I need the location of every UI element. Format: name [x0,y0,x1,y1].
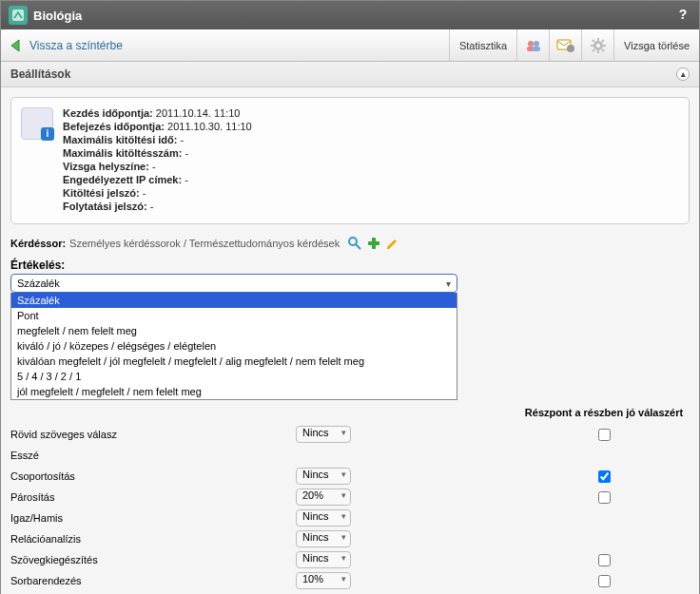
gear-icon-button[interactable] [581,29,613,61]
info-ip-label: Engedélyezett IP címek: [63,174,182,185]
info-pw1-label: Kitöltési jelszó: [63,187,140,199]
row-select[interactable]: 10% [296,572,351,589]
svg-line-14 [602,49,604,51]
row-name: Rövid szöveges válasz [10,429,296,440]
search-icon[interactable] [347,236,362,251]
row-name: Csoportosítás [10,470,296,482]
info-maxcount-label: Maximális kitöltésszám: [63,147,182,159]
row-name: Sorbarendezés [10,575,296,586]
eval-option[interactable]: 5 / 4 / 3 / 2 / 1 [11,369,457,384]
eval-select-value: Százalék [17,278,60,289]
grid-row: CsoportosításNincs [10,466,690,487]
questionset-label: Kérdéssor: [10,238,66,249]
eval-dropdown: SzázalékPontmegfelelt / nem felelt megki… [10,293,457,400]
info-pw2-label: Folytatási jelszó: [63,201,147,212]
app-icon [9,6,28,25]
help-button[interactable]: ? [674,7,691,24]
eval-option[interactable]: Pont [11,308,457,323]
row-name: Szövegkiegészítés [10,554,296,565]
row-checkbox[interactable] [598,470,611,483]
eval-option[interactable]: Százalék [11,293,457,308]
info-maxtime-value: - [180,134,184,145]
users-icon-button[interactable] [516,29,549,61]
chevron-down-icon: ▾ [446,278,451,289]
eval-option[interactable]: jól megfelelt / megfelelt / nem felelt m… [11,384,457,399]
delete-exam-button[interactable]: Vizsga törlése [613,29,699,61]
eval-label: Értékelés: [10,259,690,272]
questionset-path: Személyes kérdéssorok / Természettudomán… [69,238,340,249]
info-ip-value: - [185,174,188,185]
row-name: Esszé [10,450,296,461]
row-select[interactable]: Nincs [296,509,351,527]
svg-point-2 [534,41,539,47]
svg-point-1 [528,41,534,47]
svg-line-16 [602,40,604,42]
stats-button[interactable]: Statisztika [449,29,516,61]
row-checkbox[interactable] [598,491,611,504]
info-start-value: 2011.10.14. 11:10 [156,107,241,119]
add-icon[interactable] [366,236,381,251]
grid-row: Párosítás20% [10,487,690,508]
row-select[interactable]: Nincs [296,530,351,547]
grid-row: RelációanalízisNincs [10,528,690,549]
row-select[interactable]: Nincs [296,426,351,443]
grid-header-partial: Részpont a részben jó válaszért [518,407,690,418]
info-pw1-value: - [143,187,146,199]
eval-option[interactable]: megfelelt / nem felelt meg [11,323,457,338]
grid-row: Sorbarendezés10% [10,570,690,591]
svg-line-13 [593,40,594,42]
info-maxcount-value: - [185,147,188,159]
edit-icon[interactable] [385,236,400,251]
svg-point-6 [567,45,574,52]
svg-line-15 [593,49,594,51]
info-icon [21,107,53,140]
back-arrow-icon[interactable] [7,36,26,55]
row-name: Párosítás [10,491,296,503]
row-name: Relációanalízis [10,533,296,545]
eval-option[interactable]: kiváló / jó / közepes / elégséges / elég… [11,338,457,354]
svg-rect-4 [533,47,540,51]
info-maxtime-label: Maximális kitöltési idő: [63,134,177,145]
delete-exam-label: Vizsga törlése [624,40,690,51]
mail-settings-icon-button[interactable] [549,29,581,61]
info-location-label: Vizsga helyszíne: [63,161,149,172]
grid-row: SzövegkiegészítésNincs [10,549,690,570]
row-checkbox[interactable] [598,554,611,566]
eval-select[interactable]: Százalék ▾ [10,274,457,293]
row-checkbox[interactable] [598,429,611,441]
page-title: Biológia [33,9,82,23]
section-title: Beállítások [10,67,70,81]
toolbar: Vissza a színtérbe Statisztika Vizsga tö… [1,29,699,62]
section-header: Beállítások ▴ [1,62,699,87]
row-select[interactable]: 20% [296,489,351,506]
row-select[interactable]: Nincs [296,551,351,568]
svg-line-18 [356,244,360,249]
svg-rect-20 [368,241,379,245]
eval-option[interactable]: kiválóan megfelelt / jól megfelelt / meg… [11,354,457,369]
info-start-label: Kezdés időpontja: [63,107,153,119]
grid-row: Esszé [10,445,690,466]
svg-point-8 [596,44,600,48]
grid-row: Igaz/HamisNincs [10,508,690,528]
back-link[interactable]: Vissza a színtérbe [29,39,123,52]
info-end-value: 2011.10.30. 11:10 [167,121,252,132]
info-end-label: Befejezés időpontja: [63,121,165,132]
svg-point-17 [349,238,357,245]
row-checkbox[interactable] [598,575,611,587]
info-pw2-value: - [150,201,154,212]
titlebar: Biológia ? [1,1,699,29]
grid-row: Rövid szöveges válaszNincs [10,424,690,445]
row-select[interactable]: Nincs [296,468,351,485]
info-box: Kezdés időpontja: 2011.10.14. 11:10 Befe… [10,97,690,224]
stats-label: Statisztika [459,40,507,51]
collapse-icon[interactable]: ▴ [676,67,690,81]
row-name: Igaz/Hamis [10,512,296,524]
info-location-value: - [152,161,156,172]
